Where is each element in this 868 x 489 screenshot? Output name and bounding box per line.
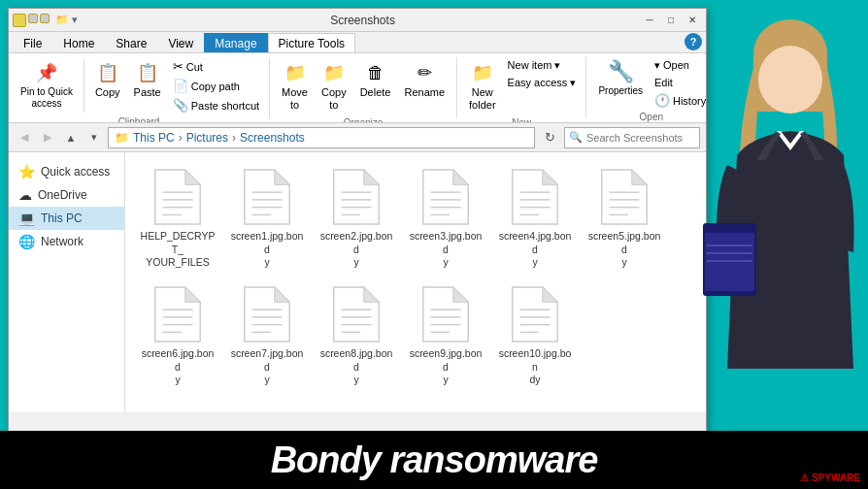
move-to-button[interactable]: 📁 Moveto [276,57,314,115]
sidebar-item-onedrive[interactable]: ☁ OneDrive [9,183,124,207]
new-group-label: New [463,115,580,123]
organize-group-label: Organize [276,115,451,123]
network-icon: 🌐 [18,234,35,249]
paste-shortcut-icon: 📎 [173,98,188,113]
ribbon-group-clipboard: 📌 Pin to Quickaccess 📋 Copy 📋 Paste ✂ Cu… [15,57,270,118]
move-icon: 📁 [284,61,307,84]
list-item[interactable]: screen6.jpg.bondy [135,279,220,393]
file-name: screen1.jpg.bondy [228,230,306,270]
file-name: HELP_DECRYPT_YOUR_FILES [139,230,217,270]
ribbon: 📌 Pin to Quickaccess 📋 Copy 📋 Paste ✂ Cu… [9,53,706,123]
file-name: screen4.jpg.bondy [496,230,574,270]
file-name: screen8.jpg.bondy [317,347,395,387]
list-item[interactable]: screen4.jpg.bondy [492,162,578,276]
list-item[interactable]: screen7.jpg.bondy [224,279,310,393]
window-icon-sm2 [40,14,50,23]
title-bar: 📁 ▾ Screenshots ─ □ ✕ [9,9,706,32]
file-name: screen7.jpg.bondy [228,347,306,387]
delete-label: Delete [360,86,391,99]
title-bar-icons [13,14,50,27]
path-sep1: › [179,131,183,145]
copy-to-button[interactable]: 📁 Copyto [316,57,352,115]
copy-icon: 📋 [96,61,119,84]
onedrive-icon: ☁ [18,187,32,203]
sidebar-item-quick-access[interactable]: ⭐ Quick access [9,160,124,183]
delete-button[interactable]: 🗑 Delete [354,57,397,103]
tab-view[interactable]: View [157,33,204,52]
explorer-window: 📁 ▾ Screenshots ─ □ ✕ File Home Share Vi… [8,8,707,464]
cut-icon: ✂ [173,59,184,74]
banner-text: Bondy ransomware [271,440,598,481]
minimize-button[interactable]: ─ [640,13,659,28]
tab-file[interactable]: File [13,33,52,52]
list-item[interactable]: screen2.jpg.bondy [314,162,399,276]
list-item[interactable]: HELP_DECRYPT_YOUR_FILES [135,162,220,276]
list-item[interactable]: screen5.jpg.bondy [582,162,667,276]
list-item[interactable]: screen10.jpg.bondy [492,279,578,393]
file-name: screen5.jpg.bondy [585,230,663,270]
paste-shortcut-label: Paste shortcut [191,100,259,112]
paste-label: Paste [134,86,161,99]
paste-button[interactable]: 📋 Paste [128,57,167,103]
pin-to-quick-access-button[interactable]: 📌 Pin to Quickaccess [15,57,79,114]
sidebar-item-network[interactable]: 🌐 Network [9,230,124,253]
easy-access-button[interactable]: Easy access ▾ [504,75,581,91]
tab-manage[interactable]: Manage [204,33,267,52]
address-path[interactable]: 📁 This PC › Pictures › Screenshots [108,127,535,148]
paste-icon: 📋 [136,61,159,84]
file-icon [420,285,471,343]
new-folder-label: Newfolder [469,86,496,112]
new-content: 📁 Newfolder New item ▾ Easy access ▾ [463,57,580,115]
svg-rect-52 [707,260,752,262]
list-item[interactable]: screen1.jpg.bondy [224,162,310,276]
sidebar-label-this-pc: This PC [41,212,83,225]
cut-label: Cut [186,61,203,73]
refresh-button[interactable]: ↻ [539,127,560,148]
path-this-pc[interactable]: This PC [133,131,175,145]
list-item[interactable]: screen3.jpg.bondy [403,162,488,276]
copy-path-icon: 📄 [173,79,188,93]
file-name: screen10.jpg.bondy [496,347,574,387]
up-button[interactable]: ▲ [61,127,81,148]
search-icon: 🔍 [569,131,583,144]
file-icon [599,168,650,226]
svg-point-47 [758,46,822,114]
file-icon [152,285,203,343]
copy-path-button[interactable]: 📄 Copy path [169,77,263,95]
separator1 [83,59,84,113]
tab-share[interactable]: Share [105,33,157,52]
ribbon-group-new: 📁 Newfolder New item ▾ Easy access ▾ New [463,57,586,118]
properties-button[interactable]: 🔧 Properties [592,57,649,98]
files-grid: HELP_DECRYPT_YOUR_FILES screen1.jpg.bond… [135,162,696,393]
quick-access-bar: 📁 ▾ [55,14,78,26]
copy-button[interactable]: 📋 Copy [89,57,126,103]
window-icon-sm1 [28,14,38,23]
tab-picture-tools[interactable]: Picture Tools [268,33,355,52]
list-item[interactable]: screen9.jpg.bondy [403,279,488,393]
easy-access-label: Easy access ▾ [508,77,577,89]
file-area: HELP_DECRYPT_YOUR_FILES screen1.jpg.bond… [125,152,706,412]
person-overlay [664,0,868,456]
file-icon [510,285,560,343]
new-item-button[interactable]: New item ▾ [504,57,581,74]
list-item[interactable]: screen8.jpg.bondy [314,279,399,393]
file-name: screen6.jpg.bondy [139,347,217,387]
move-label: Moveto [282,86,308,112]
new-folder-button[interactable]: 📁 Newfolder [463,57,502,115]
clipboard-small-col: ✂ Cut 📄 Copy path 📎 Paste shortcut [169,57,263,114]
sidebar-item-this-pc[interactable]: 💻 This PC [9,207,124,230]
paste-shortcut-button[interactable]: 📎 Paste shortcut [169,96,263,114]
ribbon-tabs: File Home Share View Manage Picture Tool… [9,32,706,53]
recent-button[interactable]: ▾ [84,127,104,148]
cut-button[interactable]: ✂ Cut [169,57,263,76]
tab-home[interactable]: Home [52,33,105,52]
sidebar-label-onedrive: OneDrive [38,188,87,202]
forward-button[interactable]: ▶ [38,127,57,148]
path-pictures[interactable]: Pictures [186,131,228,145]
copy-to-label: Copyto [321,86,347,112]
clipboard-content: 📌 Pin to Quickaccess 📋 Copy 📋 Paste ✂ Cu… [15,57,263,114]
file-icon [152,168,203,226]
back-button[interactable]: ◀ [15,127,34,148]
rename-button[interactable]: ✏ Rename [398,57,451,103]
path-screenshots[interactable]: Screenshots [240,131,305,145]
